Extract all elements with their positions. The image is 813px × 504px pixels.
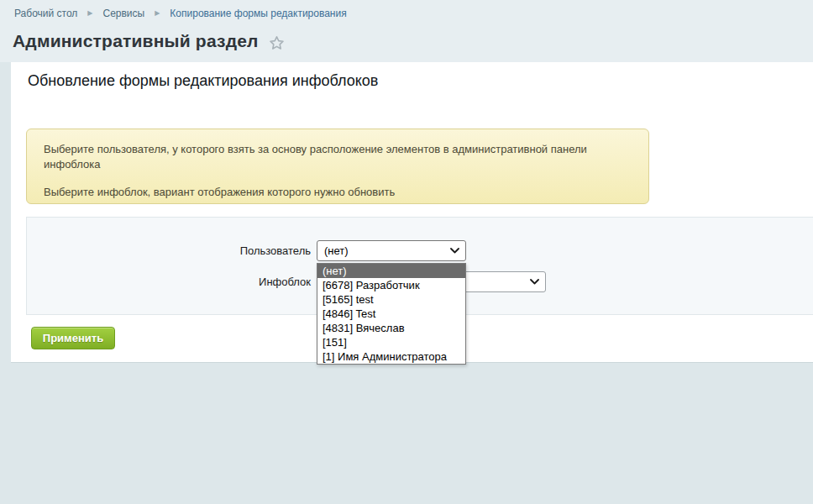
breadcrumb-item-services[interactable]: Сервисы bbox=[102, 8, 144, 19]
chevron-down-icon bbox=[450, 248, 459, 254]
title-row: Административный раздел bbox=[13, 31, 285, 51]
breadcrumb-separator-icon: ▶ bbox=[87, 8, 92, 18]
breadcrumb-item-current[interactable]: Копирование формы редактирования bbox=[170, 8, 346, 19]
dropdown-option[interactable]: [151] bbox=[317, 335, 465, 349]
dropdown-option[interactable]: [5165] test bbox=[317, 292, 465, 307]
user-select-dropdown: (нет) [6678] Разработчик [5165] test [48… bbox=[317, 263, 466, 365]
note-line: Выберите пользователя, у которого взять … bbox=[44, 142, 632, 172]
dropdown-option[interactable]: [4846] Test bbox=[317, 307, 465, 321]
content-area: Обновление формы редактирования инфоблок… bbox=[11, 62, 813, 363]
form-title: Обновление формы редактирования инфоблок… bbox=[28, 72, 378, 90]
header-band: Рабочий стол ▶ Сервисы ▶ Копирование фор… bbox=[0, 0, 813, 62]
dropdown-option[interactable]: [4831] Вячеслав bbox=[317, 321, 465, 335]
info-note-box: Выберите пользователя, у которого взять … bbox=[26, 129, 649, 204]
user-select-value: (нет) bbox=[324, 244, 349, 257]
dropdown-option[interactable]: [6678] Разработчик bbox=[317, 278, 465, 292]
apply-button[interactable]: Применить bbox=[31, 327, 115, 349]
breadcrumb-separator-icon: ▶ bbox=[155, 8, 160, 18]
user-select[interactable]: (нет) bbox=[317, 240, 466, 261]
breadcrumb-item-desktop[interactable]: Рабочий стол bbox=[14, 8, 77, 19]
infoblock-field-label: Инфоблок bbox=[11, 271, 311, 292]
favorite-star-icon[interactable] bbox=[269, 35, 285, 50]
page-title: Административный раздел bbox=[13, 31, 259, 51]
dropdown-option[interactable]: [1] Имя Администратора bbox=[317, 349, 465, 364]
chevron-down-icon bbox=[530, 279, 539, 285]
user-field-label: Пользователь bbox=[11, 240, 311, 261]
dropdown-option[interactable]: (нет) bbox=[317, 264, 465, 278]
breadcrumb: Рабочий стол ▶ Сервисы ▶ Копирование фор… bbox=[14, 8, 347, 19]
note-line: Выберите инфоблок, вариант отображения к… bbox=[44, 185, 632, 200]
